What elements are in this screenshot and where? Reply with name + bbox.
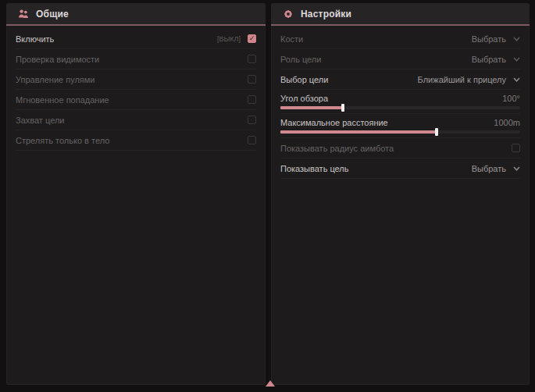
dropdown-value: Выбрать	[472, 55, 506, 64]
slider-handle[interactable]	[341, 104, 344, 112]
setting-controls	[248, 75, 256, 84]
setting-label: Мгновенное попадание	[16, 95, 109, 105]
general-panel-header: Общие	[6, 3, 266, 26]
settings-panel-header: Настройки	[271, 3, 530, 26]
slider-value: 1000m	[494, 118, 520, 127]
setting-row: Захват цели	[16, 110, 256, 130]
dropdown-value: Ближайший к прицелу	[418, 75, 506, 84]
general-panel: Общие Включить [ВЫКЛ] ✓ Проверка видимос…	[6, 3, 266, 385]
chevron-down-icon	[513, 57, 520, 62]
hotkey-badge: [ВЫКЛ]	[217, 35, 241, 43]
setting-controls	[248, 95, 256, 104]
setting-row: Стрелять только в тело	[16, 130, 256, 151]
chevron-down-icon	[513, 166, 520, 171]
slider-handle[interactable]	[435, 128, 438, 136]
setting-controls	[248, 116, 256, 124]
settings-panel: Настройки Кости Выбрать Роль цели Выбрат…	[271, 3, 530, 385]
setting-label: Стрелять только в тело	[16, 136, 109, 145]
checkbox[interactable]	[248, 75, 256, 84]
slider-fill	[280, 106, 343, 109]
setting-label: Максимальное расстояние	[280, 118, 388, 127]
general-rows: Включить [ВЫКЛ] ✓ Проверка видимости Упр…	[6, 26, 266, 151]
dropdown-value: Выбрать	[472, 164, 506, 173]
dropdown[interactable]: Ближайший к прицелу	[418, 75, 520, 84]
chevron-down-icon	[513, 37, 520, 41]
setting-label: Роль цели	[280, 55, 321, 64]
setting-label: Показывать радиус аимбота	[280, 144, 394, 153]
dropdown[interactable]: Выбрать	[472, 34, 520, 44]
panel-title: Настройки	[301, 9, 351, 20]
setting-label: Захват цели	[16, 116, 64, 125]
dropdown[interactable]: Выбрать	[472, 55, 520, 64]
setting-label: Выбор цели	[280, 75, 328, 84]
slider[interactable]	[280, 106, 520, 109]
setting-row: Проверка видимости	[16, 49, 256, 69]
setting-label: Управление пулями	[16, 75, 95, 84]
chevron-down-icon	[513, 77, 520, 82]
gear-icon	[283, 9, 294, 20]
setting-label: Угол обзора	[280, 94, 328, 103]
setting-controls	[248, 136, 256, 144]
users-icon	[18, 9, 29, 20]
checkbox[interactable]	[248, 116, 256, 124]
slider-fill	[280, 130, 437, 134]
slider[interactable]	[280, 130, 520, 134]
setting-row: Мгновенное попадание	[16, 90, 256, 110]
settings-rows: Кости Выбрать Роль цели Выбрать Выбор це…	[271, 26, 530, 179]
setting-row: Угол обзора 100°	[280, 90, 520, 114]
panel-title: Общие	[36, 9, 69, 20]
dropdown-value: Выбрать	[472, 34, 506, 44]
setting-row: Показывать цель Выбрать	[280, 159, 520, 179]
checkbox[interactable]: ✓	[248, 34, 256, 43]
setting-label: Включить	[16, 34, 54, 44]
setting-controls: [ВЫКЛ] ✓	[217, 34, 256, 43]
checkbox[interactable]	[512, 144, 520, 152]
setting-row: Выбор цели Ближайший к прицелу	[280, 69, 520, 90]
setting-row: Максимальное расстояние 1000m	[280, 114, 520, 138]
setting-label: Кости	[280, 34, 303, 44]
setting-row: Включить [ВЫКЛ] ✓	[16, 29, 256, 49]
scroll-up-indicator[interactable]	[266, 380, 275, 387]
dropdown[interactable]: Выбрать	[472, 164, 520, 173]
checkbox[interactable]	[248, 95, 256, 104]
slider-value: 100°	[502, 94, 520, 103]
setting-label: Проверка видимости	[16, 55, 99, 64]
setting-controls	[512, 144, 520, 152]
setting-label: Показывать цель	[280, 164, 349, 173]
setting-row: Управление пулями	[16, 69, 256, 90]
setting-row: Показывать радиус аимбота	[280, 138, 520, 159]
setting-controls	[248, 55, 256, 63]
checkbox[interactable]	[248, 136, 256, 144]
setting-row: Кости Выбрать	[280, 29, 520, 49]
setting-row: Роль цели Выбрать	[280, 49, 520, 69]
checkbox[interactable]	[248, 55, 256, 63]
